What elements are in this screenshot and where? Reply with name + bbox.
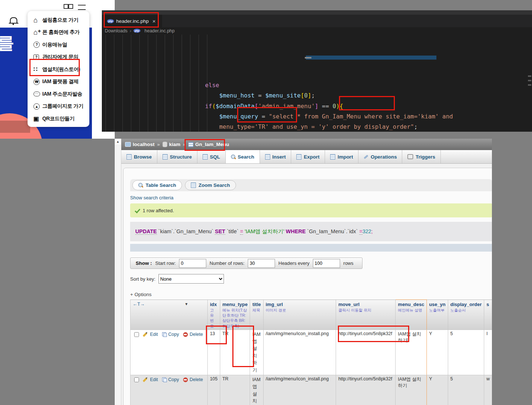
vscode-window: php header.inc.php × Downloads › php hea… [102,10,532,132]
group-page-icon: ▲ [33,103,42,110]
row-checkbox[interactable] [134,377,139,382]
table-header-s[interactable]: s [484,300,492,330]
pma-tab-browse[interactable]: Browse [121,150,157,163]
hero-text-fragment: 를 [0,32,14,54]
annotation-box-editor-tab [104,12,159,28]
minimap-mark [528,75,531,77]
headers-every-input[interactable] [313,259,340,268]
pma-tab-search[interactable]: Search [226,150,260,163]
cell-idx[interactable]: 105 [207,375,220,405]
headers-every-label: Headers every [278,260,310,266]
cell-partial[interactable]: I [484,330,492,375]
cell-partial[interactable]: w [484,375,492,405]
table-header-actions[interactable]: ←T→▼ [131,300,208,330]
pma-tab-label: Import [338,154,353,160]
divider-band [130,244,492,252]
show-search-criteria-link[interactable]: Show search criteria [130,195,492,200]
menu-item-7[interactable]: ···IAM 주소문자발송 [33,88,89,100]
pma-tab-label: Search [238,154,254,160]
cell-use_yn[interactable]: Y [426,375,448,405]
edit-link[interactable]: Edit [150,332,158,337]
start-row-input[interactable] [179,259,206,268]
row-checkbox[interactable] [134,332,139,337]
hamburger-menu-icon[interactable] [78,5,86,10]
code-line: menu_type='TR' and use_yn = 'y' order by… [102,122,525,132]
menu-item-8[interactable]: ▲그룹페이지로 가기 [33,100,89,113]
cell-menu_desc[interactable]: IAM앱 설치하기 [396,375,427,405]
pma-tab-label: Export [304,154,319,160]
menu-item-label: IAM 플랫폼 결제 [42,78,78,85]
edit-pencil-icon [143,377,147,382]
cell-title[interactable]: IAM앱 설치하기 [250,375,263,405]
subtab-zoom-search[interactable]: Zoom Search [185,180,236,190]
table-header-move_url[interactable]: move_url클릭시 이동할 위치 [336,300,396,330]
table-header-title[interactable]: title제목 [250,300,263,330]
apps-squares-icon[interactable] [64,4,68,9]
php-file-icon: php [133,29,140,33]
pma-tab-sql[interactable]: SQL [197,150,226,163]
table-header-menu_desc[interactable]: menu_desc메인메뉴 설명 [396,300,427,330]
menu-item-1[interactable]: ⌂셀링홈으로 가기 [33,14,89,26]
sort-by-key-row: Sort by key: None [130,274,492,284]
pma-tab-structure[interactable]: Structure [157,150,197,163]
menu-item-6[interactable]: ₩IAM 플랫폼 결제 [33,76,89,88]
copy-link[interactable]: Copy [168,332,179,337]
edit-link[interactable]: Edit [150,377,158,382]
phpmyadmin-window: ▲ localhost » kiam » Gn_Iam_Menu BrowseS… [115,139,492,405]
editor-breadcrumb[interactable]: Downloads › php header.inc.php [105,27,175,34]
cell-display_order[interactable]: 5 [448,330,484,375]
vscode-titlebar [102,10,532,15]
decorative-rectangle [0,121,30,133]
pma-tab-export[interactable]: Export [291,150,325,163]
copy-link[interactable]: Copy [168,377,179,382]
menu-item-2[interactable]: ⌂⁺폰 홈화면에 추가 [33,26,89,39]
cell-img_url[interactable]: /iam/img/menu/icon_install.png [263,330,336,375]
annotation-box-code-menu-type [237,107,297,122]
menu-item-label: 셀링홈으로 가기 [42,17,78,24]
table-header-img_url[interactable]: img_url이미지 경로 [263,300,336,330]
cell-img_url[interactable]: /iam/img/menu/icon_install.png [263,375,336,405]
scrollbar-up-arrow[interactable]: ▲ [115,139,121,145]
breadcrumb-file[interactable]: header.inc.php [144,28,175,33]
breadcrumb-separator: » [157,142,160,147]
notification-bell-icon[interactable] [10,17,17,23]
code-line: else [102,80,525,90]
table-header-menu_type[interactable]: menu_type메뉴 위치(T:상단 B:하단 TR:상단우측 BR:하단우측… [220,300,250,330]
pma-tab-import[interactable]: Import [325,150,358,163]
sort-by-key-select[interactable]: None [158,274,224,284]
menu-item-9[interactable]: ▣QR코드만들기 [33,113,89,125]
pma-tab-triggers[interactable]: Triggers [402,150,440,163]
minimap-mark [528,84,531,86]
pma-tab-label: Browse [134,154,152,160]
pma-tab-insert[interactable]: Insert [260,150,292,163]
scrollbar[interactable]: ▲ [115,139,121,405]
sort-by-key-label: Sort by key: [130,276,156,282]
options-toggle[interactable]: + Options [130,292,492,297]
num-rows-input[interactable] [248,259,275,268]
table-header-idx[interactable]: idx고유 번호 [207,300,220,330]
apps-squares-icon[interactable] [68,4,73,9]
delete-icon [183,377,188,382]
delete-link[interactable]: Delete [190,332,203,337]
breadcrumb-folder[interactable]: Downloads [105,28,128,33]
breadcrumb-database[interactable]: kiam [169,142,181,147]
delete-link[interactable]: Delete [190,377,203,382]
subtab-table-search[interactable]: Table Search [132,180,182,190]
edit-pencil-icon [143,332,147,337]
table-header-display_order[interactable]: display_order노출순서 [448,300,484,330]
cell-use_yn[interactable]: Y [426,330,448,375]
menu-item-3[interactable]: ?이용매뉴얼 [33,39,89,51]
import-icon [330,154,335,160]
pma-breadcrumb: localhost » kiam » Gn_Iam_Menu [121,139,492,150]
rows-label: rows [343,260,353,266]
cell-menu_type[interactable]: TR [220,375,250,405]
table-header-use_yn[interactable]: use_yn노출여부 [426,300,448,330]
annotation-box-breadcrumb-table [185,139,225,151]
cell-display_order[interactable]: 5 [448,375,484,405]
cell-move_url[interactable]: http://tinyurl.com/5n8pk32f [336,375,396,405]
breadcrumb-server[interactable]: localhost [133,142,154,147]
pma-tab-operations[interactable]: Operations [358,150,402,163]
database-icon [163,142,167,147]
code-editor[interactable]: else$menu_host = $menu_site[0];if($domai… [102,35,525,132]
table-row: EditCopyDelete13TRIAM앱 설치하기/iam/img/menu… [131,330,492,375]
